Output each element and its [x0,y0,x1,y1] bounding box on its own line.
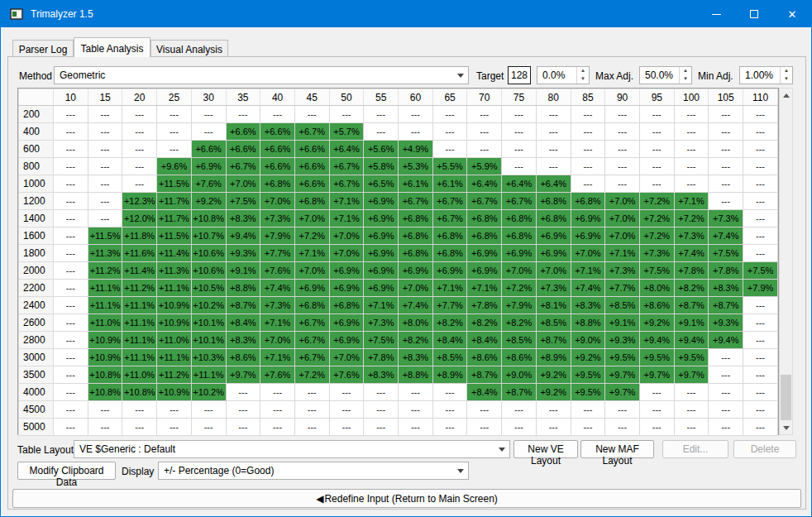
table-cell[interactable]: +6.9% [399,262,433,280]
table-cell[interactable]: +11.1% [122,349,157,366]
table-cell[interactable]: +6.9% [432,262,467,280]
table-cell[interactable]: +7.7% [432,297,467,314]
table-cell[interactable]: +7.0% [226,175,260,193]
table-cell[interactable]: +10.9% [157,314,192,332]
table-cell[interactable]: +9.7% [605,384,640,401]
table-cell[interactable]: --- [54,158,88,175]
table-cell[interactable]: +8.8% [226,280,260,297]
table-cell[interactable]: --- [674,141,709,158]
table-cell[interactable]: +6.8% [399,245,433,262]
table-cell[interactable]: +10.2% [191,384,226,401]
table-cell[interactable]: +5.5% [432,158,467,175]
table-cell[interactable]: +9.7% [639,366,674,384]
spin-up-icon[interactable]: ▲ [680,67,691,75]
table-cell[interactable]: +8.1% [536,297,571,314]
table-cell[interactable]: +8.6% [502,349,537,366]
max-adj-spinner[interactable]: 50.0% ▲▼ [639,66,692,84]
table-cell[interactable]: +11.0% [88,314,122,332]
table-cell[interactable]: +7.3% [364,314,399,332]
table-cell[interactable]: +9.6% [157,158,192,175]
table-cell[interactable]: +8.8% [399,366,433,384]
table-cell[interactable]: --- [226,419,260,436]
table-cell[interactable]: +7.4% [399,297,433,314]
table-cell[interactable]: +7.9% [502,297,537,314]
table-cell[interactable]: --- [54,175,88,193]
table-cell[interactable]: +5.9% [467,158,502,175]
table-cell[interactable]: +6.8% [467,227,502,245]
table-cell[interactable]: +6.9% [467,245,502,262]
table-cell[interactable]: --- [743,297,778,314]
table-cell[interactable]: +11.2% [122,280,157,297]
table-cell[interactable]: --- [605,141,640,158]
table-cell[interactable]: +6.6% [191,141,226,158]
table-cell[interactable]: +6.8% [294,193,329,210]
table-cell[interactable]: +7.0% [399,280,433,297]
table-cell[interactable]: --- [157,419,192,436]
table-cell[interactable]: --- [432,123,467,141]
table-cell[interactable]: --- [294,401,329,419]
table-cell[interactable]: +6.6% [260,158,295,175]
spin-down-icon[interactable]: ▼ [577,75,589,84]
table-cell[interactable]: +10.8% [122,384,157,401]
table-cell[interactable]: +6.8% [571,193,605,210]
table-cell[interactable]: +10.7% [191,227,226,245]
table-cell[interactable]: --- [122,106,157,123]
table-cell[interactable]: +9.2% [639,314,674,332]
table-cell[interactable]: --- [605,158,640,175]
table-cell[interactable]: --- [226,401,260,419]
table-cell[interactable]: +6.7% [399,193,433,210]
table-cell[interactable]: +6.8% [399,227,433,245]
table-cell[interactable]: +6.5% [364,175,399,193]
table-cell[interactable]: --- [536,419,571,436]
table-cell[interactable]: +6.8% [467,210,502,227]
table-cell[interactable]: +8.3% [571,297,605,314]
table-cell[interactable]: +6.9% [364,262,399,280]
table-cell[interactable]: +9.5% [571,384,605,401]
table-cell[interactable]: --- [54,384,88,401]
table-cell[interactable]: +9.0% [571,332,605,349]
table-cell[interactable]: +6.9% [294,280,329,297]
table-cell[interactable]: --- [639,175,674,193]
table-cell[interactable]: --- [743,314,778,332]
table-cell[interactable]: +11.1% [88,280,122,297]
table-cell[interactable]: +6.6% [226,123,260,141]
table-cell[interactable]: +9.2% [191,193,226,210]
table-cell[interactable]: +8.3% [226,332,260,349]
table-cell[interactable]: +8.6% [467,349,502,366]
table-cell[interactable]: +10.5% [191,280,226,297]
table-cell[interactable]: +7.1% [674,193,709,210]
table-cell[interactable]: --- [260,401,295,419]
table-cell[interactable]: +6.9% [364,193,399,210]
table-cell[interactable]: --- [639,419,674,436]
table-cell[interactable]: +8.4% [467,332,502,349]
new-ve-layout-button[interactable]: New VE Layout [513,440,578,458]
table-cell[interactable]: +10.3% [191,349,226,366]
table-cell[interactable]: +7.5% [226,193,260,210]
table-cell[interactable]: +10.2% [191,297,226,314]
table-cell[interactable]: --- [571,141,605,158]
table-cell[interactable]: --- [605,419,640,436]
table-cell[interactable]: +9.1% [674,314,709,332]
table-cell[interactable]: +7.0% [329,245,364,262]
table-cell[interactable]: --- [571,175,605,193]
table-cell[interactable]: --- [54,349,88,366]
table-cell[interactable]: --- [54,366,88,384]
table-cell[interactable]: --- [329,384,364,401]
titlebar[interactable]: Trimalyzer 1.5 ✕ [1,1,811,27]
table-cell[interactable]: +7.1% [329,193,364,210]
table-cell[interactable]: --- [467,401,502,419]
table-cell[interactable]: --- [54,227,88,245]
table-cell[interactable]: --- [743,419,778,436]
table-cell[interactable]: --- [639,123,674,141]
table-cell[interactable]: +7.1% [364,297,399,314]
table-cell[interactable]: +11.1% [157,349,192,366]
table-cell[interactable]: --- [364,401,399,419]
table-cell[interactable]: +8.2% [502,314,537,332]
table-cell[interactable]: +8.3% [399,349,433,366]
table-cell[interactable]: --- [743,106,778,123]
table-cell[interactable]: +6.7% [294,314,329,332]
table-cell[interactable]: +7.4% [674,245,709,262]
table-cell[interactable]: --- [54,210,88,227]
table-cell[interactable]: +6.8% [502,227,537,245]
table-cell[interactable]: +6.9% [536,227,571,245]
